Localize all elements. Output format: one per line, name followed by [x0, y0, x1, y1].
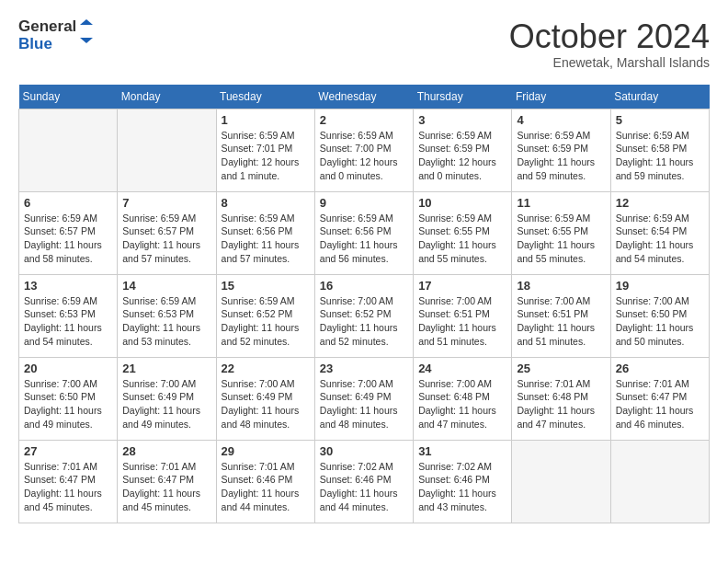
day-info: Sunrise: 7:00 AM Sunset: 6:52 PM Dayligh…: [320, 294, 408, 349]
calendar-cell: 12Sunrise: 6:59 AM Sunset: 6:54 PM Dayli…: [610, 191, 709, 274]
calendar-cell: 4Sunrise: 6:59 AM Sunset: 6:59 PM Daylig…: [512, 109, 610, 191]
day-info: Sunrise: 7:02 AM Sunset: 6:46 PM Dayligh…: [320, 460, 408, 514]
day-info: Sunrise: 7:00 AM Sunset: 6:50 PM Dayligh…: [616, 294, 704, 349]
calendar-cell: 6Sunrise: 6:59 AM Sunset: 6:57 PM Daylig…: [19, 191, 118, 274]
col-header-friday: Friday: [512, 85, 610, 109]
calendar-cell: 27Sunrise: 7:01 AM Sunset: 6:47 PM Dayli…: [19, 440, 118, 523]
day-info: Sunrise: 6:59 AM Sunset: 6:54 PM Dayligh…: [616, 212, 704, 266]
week-row-1: 1Sunrise: 6:59 AM Sunset: 7:01 PM Daylig…: [19, 109, 710, 191]
day-number: 21: [122, 362, 210, 375]
calendar-cell: 23Sunrise: 7:00 AM Sunset: 6:49 PM Dayli…: [314, 357, 413, 440]
calendar-cell: 17Sunrise: 7:00 AM Sunset: 6:51 PM Dayli…: [414, 274, 512, 357]
day-info: Sunrise: 7:00 AM Sunset: 6:48 PM Dayligh…: [418, 377, 506, 431]
day-number: 17: [418, 279, 506, 293]
calendar-cell: 15Sunrise: 6:59 AM Sunset: 6:52 PM Dayli…: [216, 274, 314, 357]
day-info: Sunrise: 6:59 AM Sunset: 6:56 PM Dayligh…: [222, 212, 310, 266]
col-header-monday: Monday: [118, 85, 216, 109]
calendar-cell: 26Sunrise: 7:01 AM Sunset: 6:47 PM Dayli…: [610, 357, 709, 440]
month-title: October 2024: [509, 18, 710, 55]
week-row-2: 6Sunrise: 6:59 AM Sunset: 6:57 PM Daylig…: [19, 191, 710, 274]
location-subtitle: Enewetak, Marshall Islands: [509, 55, 710, 70]
day-number: 3: [418, 113, 506, 127]
day-number: 8: [222, 196, 310, 210]
day-number: 23: [320, 362, 408, 375]
calendar-cell: 30Sunrise: 7:02 AM Sunset: 6:46 PM Dayli…: [314, 440, 413, 523]
week-row-5: 27Sunrise: 7:01 AM Sunset: 6:47 PM Dayli…: [19, 440, 710, 523]
day-info: Sunrise: 6:59 AM Sunset: 7:01 PM Dayligh…: [222, 129, 310, 183]
day-number: 10: [418, 196, 506, 210]
day-info: Sunrise: 6:59 AM Sunset: 6:59 PM Dayligh…: [517, 129, 605, 183]
day-number: 19: [616, 279, 704, 293]
col-header-saturday: Saturday: [610, 85, 709, 109]
calendar-cell: 19Sunrise: 7:00 AM Sunset: 6:50 PM Dayli…: [610, 274, 709, 357]
page-header: General Blue October 2024 Enewetak, Mars…: [18, 18, 710, 70]
day-number: 30: [320, 444, 408, 458]
calendar-table: SundayMondayTuesdayWednesdayThursdayFrid…: [18, 85, 710, 523]
day-number: 2: [320, 113, 408, 127]
day-info: Sunrise: 7:00 AM Sunset: 6:49 PM Dayligh…: [122, 377, 210, 431]
calendar-cell: 14Sunrise: 6:59 AM Sunset: 6:53 PM Dayli…: [118, 274, 216, 357]
calendar-cell: 8Sunrise: 6:59 AM Sunset: 6:56 PM Daylig…: [216, 191, 314, 274]
calendar-cell: 1Sunrise: 6:59 AM Sunset: 7:01 PM Daylig…: [216, 109, 314, 191]
day-info: Sunrise: 6:59 AM Sunset: 6:55 PM Dayligh…: [418, 212, 506, 266]
day-number: 1: [222, 113, 310, 127]
day-info: Sunrise: 7:00 AM Sunset: 6:49 PM Dayligh…: [222, 377, 310, 431]
logo-arrow-icon: [78, 19, 95, 52]
day-number: 25: [517, 362, 605, 375]
calendar-cell: 31Sunrise: 7:02 AM Sunset: 6:46 PM Dayli…: [414, 440, 512, 523]
day-number: 18: [517, 279, 605, 293]
calendar-cell: [118, 109, 216, 191]
day-number: 11: [517, 196, 605, 210]
day-number: 20: [24, 362, 112, 375]
calendar-cell: 18Sunrise: 7:00 AM Sunset: 6:51 PM Dayli…: [512, 274, 610, 357]
day-info: Sunrise: 7:01 AM Sunset: 6:47 PM Dayligh…: [122, 460, 210, 514]
week-row-3: 13Sunrise: 6:59 AM Sunset: 6:53 PM Dayli…: [19, 274, 710, 357]
day-info: Sunrise: 7:02 AM Sunset: 6:46 PM Dayligh…: [418, 460, 506, 514]
day-info: Sunrise: 7:01 AM Sunset: 6:47 PM Dayligh…: [616, 377, 704, 431]
day-number: 16: [320, 279, 408, 293]
day-number: 31: [418, 444, 506, 458]
calendar-cell: 16Sunrise: 7:00 AM Sunset: 6:52 PM Dayli…: [314, 274, 413, 357]
day-number: 14: [122, 279, 210, 293]
calendar-cell: 13Sunrise: 6:59 AM Sunset: 6:53 PM Dayli…: [19, 274, 118, 357]
day-info: Sunrise: 6:59 AM Sunset: 6:53 PM Dayligh…: [24, 294, 112, 349]
day-number: 12: [616, 196, 704, 210]
col-header-tuesday: Tuesday: [216, 85, 314, 109]
svg-marker-1: [80, 38, 93, 43]
title-block: October 2024 Enewetak, Marshall Islands: [509, 18, 710, 70]
day-info: Sunrise: 7:01 AM Sunset: 6:47 PM Dayligh…: [24, 460, 112, 514]
calendar-cell: 11Sunrise: 6:59 AM Sunset: 6:55 PM Dayli…: [512, 191, 610, 274]
calendar-cell: [19, 109, 118, 191]
col-header-thursday: Thursday: [414, 85, 512, 109]
col-header-sunday: Sunday: [19, 85, 118, 109]
day-info: Sunrise: 7:01 AM Sunset: 6:46 PM Dayligh…: [222, 460, 310, 514]
day-number: 27: [24, 444, 112, 458]
day-info: Sunrise: 7:00 AM Sunset: 6:51 PM Dayligh…: [517, 294, 605, 349]
day-number: 13: [24, 279, 112, 293]
day-info: Sunrise: 6:59 AM Sunset: 6:56 PM Dayligh…: [320, 212, 408, 266]
day-number: 26: [616, 362, 704, 375]
day-info: Sunrise: 6:59 AM Sunset: 6:52 PM Dayligh…: [222, 294, 310, 349]
day-number: 28: [122, 444, 210, 458]
calendar-cell: 29Sunrise: 7:01 AM Sunset: 6:46 PM Dayli…: [216, 440, 314, 523]
day-number: 6: [24, 196, 112, 210]
col-header-wednesday: Wednesday: [314, 85, 413, 109]
day-number: 22: [222, 362, 310, 375]
calendar-cell: 3Sunrise: 6:59 AM Sunset: 6:59 PM Daylig…: [414, 109, 512, 191]
calendar-cell: 5Sunrise: 6:59 AM Sunset: 6:58 PM Daylig…: [610, 109, 709, 191]
day-info: Sunrise: 6:59 AM Sunset: 7:00 PM Dayligh…: [320, 129, 408, 183]
day-info: Sunrise: 6:59 AM Sunset: 6:55 PM Dayligh…: [517, 212, 605, 266]
day-number: 5: [616, 113, 704, 127]
day-number: 9: [320, 196, 408, 210]
day-info: Sunrise: 6:59 AM Sunset: 6:59 PM Dayligh…: [418, 129, 506, 183]
calendar-cell: 7Sunrise: 6:59 AM Sunset: 6:57 PM Daylig…: [118, 191, 216, 274]
day-number: 24: [418, 362, 506, 375]
day-info: Sunrise: 7:00 AM Sunset: 6:50 PM Dayligh…: [24, 377, 112, 431]
calendar-cell: 21Sunrise: 7:00 AM Sunset: 6:49 PM Dayli…: [118, 357, 216, 440]
day-number: 7: [122, 196, 210, 210]
svg-marker-0: [80, 19, 93, 25]
calendar-cell: 22Sunrise: 7:00 AM Sunset: 6:49 PM Dayli…: [216, 357, 314, 440]
calendar-cell: [512, 440, 610, 523]
day-info: Sunrise: 6:59 AM Sunset: 6:57 PM Dayligh…: [122, 212, 210, 266]
week-row-4: 20Sunrise: 7:00 AM Sunset: 6:50 PM Dayli…: [19, 357, 710, 440]
